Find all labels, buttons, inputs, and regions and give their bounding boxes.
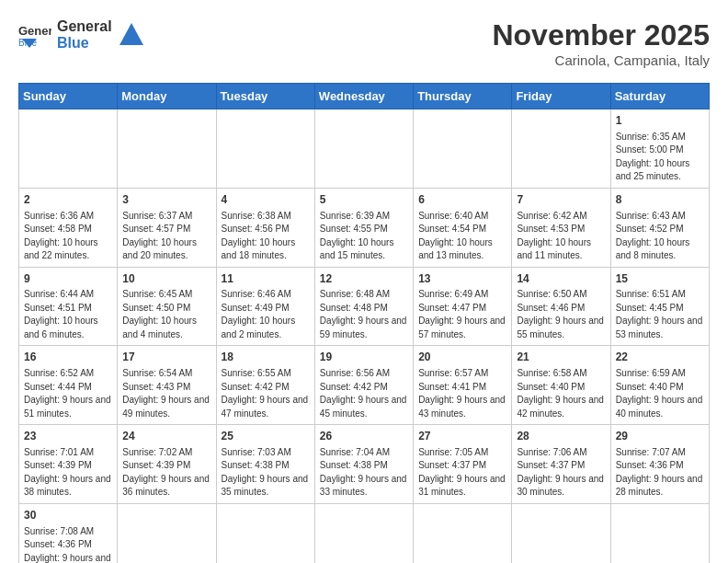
day-info: Sunrise: 7:05 AM Sunset: 4:37 PM Dayligh…: [418, 446, 506, 500]
day-info: Sunrise: 6:39 AM Sunset: 4:55 PM Dayligh…: [320, 210, 408, 263]
logo-general-text: General: [57, 18, 112, 35]
calendar-cell: [216, 503, 314, 563]
day-info: Sunrise: 6:36 AM Sunset: 4:58 PM Dayligh…: [24, 210, 112, 263]
calendar-cell: 17Sunrise: 6:54 AM Sunset: 4:43 PM Dayli…: [118, 346, 216, 425]
day-number: 28: [517, 429, 605, 444]
day-info: Sunrise: 7:03 AM Sunset: 4:38 PM Dayligh…: [222, 446, 310, 500]
calendar-cell: 2Sunrise: 6:36 AM Sunset: 4:58 PM Daylig…: [19, 188, 118, 267]
day-number: 16: [24, 350, 112, 365]
calendar-cell: 9Sunrise: 6:44 AM Sunset: 4:51 PM Daylig…: [19, 267, 118, 346]
day-number: 4: [222, 192, 310, 208]
day-number: 1: [616, 113, 704, 129]
day-number: 19: [320, 350, 408, 365]
day-number: 8: [616, 192, 704, 208]
calendar-cell: 7Sunrise: 6:42 AM Sunset: 4:53 PM Daylig…: [512, 188, 610, 267]
day-info: Sunrise: 6:46 AM Sunset: 4:49 PM Dayligh…: [222, 288, 310, 341]
day-info: Sunrise: 7:04 AM Sunset: 4:38 PM Dayligh…: [320, 446, 408, 500]
svg-marker-3: [119, 23, 143, 45]
calendar-cell: [118, 503, 216, 563]
calendar-cell: 30Sunrise: 7:08 AM Sunset: 4:36 PM Dayli…: [19, 503, 118, 563]
weekday-header-saturday: Saturday: [610, 84, 709, 109]
day-info: Sunrise: 7:07 AM Sunset: 4:36 PM Dayligh…: [616, 446, 704, 500]
day-number: 9: [24, 271, 112, 287]
day-number: 10: [122, 271, 210, 287]
day-number: 22: [616, 350, 704, 365]
day-info: Sunrise: 6:54 AM Sunset: 4:43 PM Dayligh…: [122, 367, 210, 420]
calendar-cell: 10Sunrise: 6:45 AM Sunset: 4:50 PM Dayli…: [118, 267, 216, 346]
day-number: 21: [517, 350, 605, 365]
calendar-cell: 3Sunrise: 6:37 AM Sunset: 4:57 PM Daylig…: [118, 188, 216, 267]
page-header: General Blue General Blue November 2025 …: [18, 18, 710, 68]
weekday-header-thursday: Thursday: [414, 84, 512, 109]
calendar-cell: 11Sunrise: 6:46 AM Sunset: 4:49 PM Dayli…: [216, 267, 314, 346]
title-block: November 2025 Carinola, Campania, Italy: [492, 18, 710, 68]
calendar-cell: [19, 109, 118, 189]
day-number: 29: [616, 429, 704, 444]
day-number: 20: [418, 350, 506, 365]
calendar-cell: 4Sunrise: 6:38 AM Sunset: 4:56 PM Daylig…: [216, 188, 314, 267]
calendar-cell: 28Sunrise: 7:06 AM Sunset: 4:37 PM Dayli…: [512, 425, 610, 504]
calendar-cell: 19Sunrise: 6:56 AM Sunset: 4:42 PM Dayli…: [314, 346, 413, 425]
day-info: Sunrise: 6:55 AM Sunset: 4:42 PM Dayligh…: [222, 367, 310, 420]
calendar-cell: 25Sunrise: 7:03 AM Sunset: 4:38 PM Dayli…: [216, 425, 314, 504]
day-info: Sunrise: 6:45 AM Sunset: 4:50 PM Dayligh…: [122, 288, 210, 341]
svg-text:General: General: [18, 24, 51, 38]
weekday-header-wednesday: Wednesday: [314, 84, 413, 109]
day-number: 12: [320, 271, 408, 287]
day-number: 14: [517, 271, 605, 287]
calendar-cell: 6Sunrise: 6:40 AM Sunset: 4:54 PM Daylig…: [414, 188, 512, 267]
calendar-cell: 5Sunrise: 6:39 AM Sunset: 4:55 PM Daylig…: [314, 188, 413, 267]
logo-icon: General Blue: [18, 22, 51, 48]
day-info: Sunrise: 6:57 AM Sunset: 4:41 PM Dayligh…: [418, 367, 506, 420]
weekday-header-friday: Friday: [512, 84, 610, 109]
calendar-cell: 20Sunrise: 6:57 AM Sunset: 4:41 PM Dayli…: [414, 346, 512, 425]
day-number: 24: [122, 429, 210, 444]
day-number: 18: [222, 350, 310, 365]
calendar-cell: [314, 109, 413, 189]
calendar-cell: [512, 503, 610, 563]
day-number: 2: [24, 192, 112, 208]
calendar-week-row: 9Sunrise: 6:44 AM Sunset: 4:51 PM Daylig…: [19, 267, 710, 346]
calendar-cell: 15Sunrise: 6:51 AM Sunset: 4:45 PM Dayli…: [610, 267, 709, 346]
calendar-week-row: 30Sunrise: 7:08 AM Sunset: 4:36 PM Dayli…: [19, 503, 710, 563]
calendar-cell: [118, 109, 216, 189]
logo-blue-text: Blue: [57, 35, 112, 52]
calendar-week-row: 2Sunrise: 6:36 AM Sunset: 4:58 PM Daylig…: [19, 188, 710, 267]
day-number: 5: [320, 192, 408, 208]
logo-triangle-icon: [118, 21, 145, 49]
calendar-cell: [610, 503, 709, 563]
day-info: Sunrise: 6:43 AM Sunset: 4:52 PM Dayligh…: [616, 210, 704, 263]
location: Carinola, Campania, Italy: [492, 52, 710, 68]
day-number: 7: [517, 192, 605, 208]
day-info: Sunrise: 7:06 AM Sunset: 4:37 PM Dayligh…: [517, 446, 605, 500]
logo: General Blue General Blue: [18, 18, 145, 51]
calendar-table: SundayMondayTuesdayWednesdayThursdayFrid…: [18, 83, 710, 563]
calendar-cell: 12Sunrise: 6:48 AM Sunset: 4:48 PM Dayli…: [314, 267, 413, 346]
month-title: November 2025: [492, 18, 710, 52]
calendar-cell: 16Sunrise: 6:52 AM Sunset: 4:44 PM Dayli…: [19, 346, 118, 425]
calendar-cell: 23Sunrise: 7:01 AM Sunset: 4:39 PM Dayli…: [19, 425, 118, 504]
calendar-cell: 27Sunrise: 7:05 AM Sunset: 4:37 PM Dayli…: [414, 425, 512, 504]
day-info: Sunrise: 6:59 AM Sunset: 4:40 PM Dayligh…: [616, 367, 704, 420]
day-number: 27: [418, 429, 506, 444]
calendar-cell: 24Sunrise: 7:02 AM Sunset: 4:39 PM Dayli…: [118, 425, 216, 504]
day-info: Sunrise: 6:37 AM Sunset: 4:57 PM Dayligh…: [122, 210, 210, 263]
weekday-header-monday: Monday: [118, 84, 216, 109]
svg-text:Blue: Blue: [18, 38, 37, 48]
day-number: 26: [320, 429, 408, 444]
day-info: Sunrise: 6:40 AM Sunset: 4:54 PM Dayligh…: [418, 210, 506, 263]
calendar-cell: [414, 109, 512, 189]
calendar-cell: 21Sunrise: 6:58 AM Sunset: 4:40 PM Dayli…: [512, 346, 610, 425]
day-info: Sunrise: 6:48 AM Sunset: 4:48 PM Dayligh…: [320, 288, 408, 341]
calendar-cell: [314, 503, 413, 563]
day-info: Sunrise: 6:42 AM Sunset: 4:53 PM Dayligh…: [517, 210, 605, 263]
day-number: 6: [418, 192, 506, 208]
day-info: Sunrise: 7:02 AM Sunset: 4:39 PM Dayligh…: [122, 446, 210, 500]
calendar-cell: 26Sunrise: 7:04 AM Sunset: 4:38 PM Dayli…: [314, 425, 413, 504]
calendar-week-row: 1Sunrise: 6:35 AM Sunset: 5:00 PM Daylig…: [19, 109, 710, 189]
day-number: 25: [222, 429, 310, 444]
day-info: Sunrise: 6:51 AM Sunset: 4:45 PM Dayligh…: [616, 288, 704, 341]
calendar-week-row: 23Sunrise: 7:01 AM Sunset: 4:39 PM Dayli…: [19, 425, 710, 504]
day-info: Sunrise: 6:44 AM Sunset: 4:51 PM Dayligh…: [24, 288, 112, 341]
day-info: Sunrise: 6:35 AM Sunset: 5:00 PM Dayligh…: [616, 131, 704, 184]
